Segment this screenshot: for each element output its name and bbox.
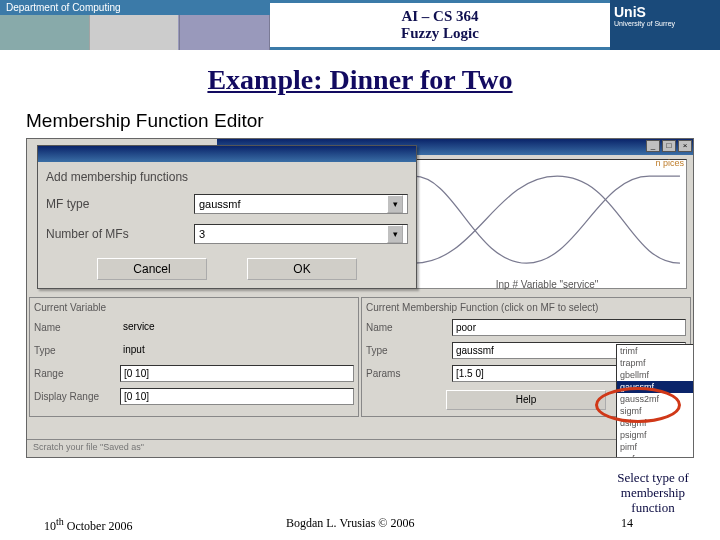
cv-drange-input[interactable]: [0 10]: [120, 388, 354, 405]
cmf-name-input[interactable]: poor: [452, 319, 686, 336]
annotation-callout: Select type of membership function: [594, 471, 712, 516]
mf-type-dropdown[interactable]: gaussmf ▾: [194, 194, 408, 214]
footer-author: Bogdan L. Vrusias © 2006: [286, 516, 415, 534]
callout-line: membership: [594, 486, 712, 501]
num-mfs-row: Number of MFs 3 ▾: [46, 224, 408, 244]
cv-range-input[interactable]: [0 10]: [120, 365, 354, 382]
header-title-block: AI – CS 364 Fuzzy Logic: [270, 0, 610, 50]
list-item[interactable]: trapmf: [617, 357, 693, 369]
add-mf-dialog: Add membership functions MF type gaussmf…: [37, 145, 417, 289]
minimize-button[interactable]: _: [646, 140, 660, 152]
mf-type-row: MF type gaussmf ▾: [46, 194, 408, 214]
uni-name: University of Surrey: [614, 20, 675, 27]
chevron-down-icon[interactable]: ▾: [387, 225, 403, 243]
mf-type-label: MF type: [46, 197, 186, 211]
footer-page-number: 14: [568, 516, 686, 534]
chevron-down-icon[interactable]: ▾: [387, 195, 403, 213]
course-code: AI – CS 364: [401, 8, 478, 25]
header-left: Department of Computing: [0, 0, 270, 50]
mf-type-value: gaussmf: [199, 198, 241, 210]
cv-drange-label: Display Range: [34, 391, 114, 402]
university-logo: UniS University of Surrey: [610, 0, 720, 50]
list-item[interactable]: psigmf: [617, 429, 693, 441]
mf-editor-window: _ □ × plot points: 10 excellent Add memb…: [26, 138, 694, 458]
list-item[interactable]: smf: [617, 453, 693, 458]
list-item[interactable]: pimf: [617, 441, 693, 453]
slide-title: Example: Dinner for Two: [0, 64, 720, 96]
num-mfs-input[interactable]: 3 ▾: [194, 224, 408, 244]
cancel-button[interactable]: Cancel: [97, 258, 207, 280]
num-mfs-value: 3: [199, 228, 205, 240]
mf-plot[interactable]: n pices Inp # Variable "service": [407, 159, 687, 289]
list-item[interactable]: trimf: [617, 345, 693, 357]
slide-header: Department of Computing AI – CS 364 Fuzz…: [0, 0, 720, 50]
course-topic: Fuzzy Logic: [401, 25, 479, 42]
department-label: Department of Computing: [0, 0, 270, 15]
slide-footer: 10th October 2006 Bogdan L. Vrusias © 20…: [0, 516, 720, 534]
uni-logo-text: UniS: [614, 4, 646, 20]
cv-range-label: Range: [34, 368, 114, 379]
num-mfs-label: Number of MFs: [46, 227, 186, 241]
cmf-params-label: Params: [366, 368, 446, 379]
close-button[interactable]: ×: [678, 140, 692, 152]
plot-axis-label: Inp # Variable "service": [408, 279, 686, 290]
cmf-type-label: Type: [366, 345, 446, 356]
annotation-circle: [595, 387, 681, 423]
callout-line: Select type of: [594, 471, 712, 486]
dialog-heading: Add membership functions: [46, 170, 408, 184]
cv-name-label: Name: [34, 322, 114, 333]
status-bar: Scratch your file "Saved as": [27, 439, 693, 457]
cv-type-value: input: [120, 342, 354, 359]
maximize-button[interactable]: □: [662, 140, 676, 152]
list-item[interactable]: gbellmf: [617, 369, 693, 381]
cv-title: Current Variable: [34, 302, 354, 313]
cv-type-label: Type: [34, 345, 114, 356]
help-button[interactable]: Help: [446, 390, 606, 410]
callout-line: function: [594, 501, 712, 516]
current-variable-panel: Current Variable Nameservice Typeinput R…: [29, 297, 359, 417]
header-photos: [0, 15, 270, 50]
footer-date: 10th October 2006: [44, 516, 132, 534]
cmf-name-label: Name: [366, 322, 446, 333]
cmf-title: Current Membership Function (click on MF…: [366, 302, 686, 313]
cv-name-value: service: [120, 319, 354, 336]
ok-button[interactable]: OK: [247, 258, 357, 280]
section-heading: Membership Function Editor: [26, 110, 720, 132]
dialog-titlebar: [38, 146, 416, 162]
